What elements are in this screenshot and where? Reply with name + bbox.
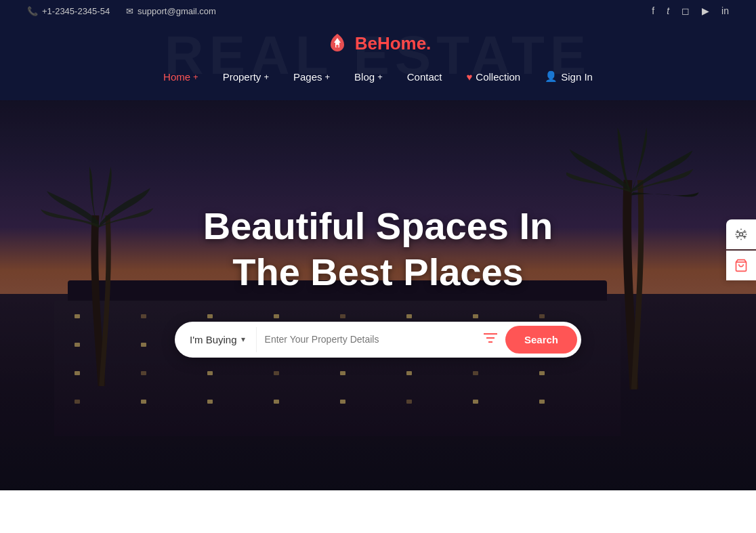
nav-blog-label: Blog	[354, 71, 375, 83]
phone-icon: 📞	[27, 6, 38, 16]
phone-item: 📞 +1-2345-2345-54	[27, 6, 110, 16]
search-bar: I'm Buying ▾ Search	[175, 322, 581, 358]
email-item: ✉ support@gmail.com	[126, 6, 216, 16]
filter-icon	[484, 333, 497, 343]
navigation: Home + Property + Pages + Blog + Contact…	[154, 66, 602, 87]
settings-icon	[734, 228, 748, 241]
logo-icon	[325, 31, 350, 56]
floating-settings-button[interactable]	[726, 219, 756, 249]
hero-title-line2: The Best Places	[232, 251, 524, 293]
top-bar: 📞 +1-2345-2345-54 ✉ support@gmail.com f …	[0, 0, 756, 22]
nav-home-plus: +	[193, 72, 198, 82]
nav-contact[interactable]: Contact	[398, 67, 452, 87]
logo[interactable]: BeHome.	[325, 31, 432, 56]
logo-text: BeHome.	[355, 33, 432, 54]
search-type-label: I'm Buying	[190, 334, 237, 345]
heart-icon: ♥	[466, 71, 472, 83]
user-icon: 👤	[545, 70, 558, 83]
linkedin-icon[interactable]: in	[721, 5, 729, 16]
dropdown-arrow-icon: ▾	[241, 335, 245, 344]
nav-contact-label: Contact	[407, 71, 442, 83]
nav-home-label: Home	[163, 71, 190, 83]
nav-pages-label: Pages	[293, 71, 322, 83]
facebook-icon[interactable]: f	[652, 5, 654, 16]
nav-property-plus: +	[264, 72, 269, 82]
cart-icon	[734, 259, 748, 272]
hero-section: Beautiful Spaces In The Best Places I'm …	[0, 98, 756, 490]
filter-icon-wrap[interactable]	[476, 333, 505, 346]
nav-blog-plus: +	[377, 72, 383, 82]
hero-title-line1: Beautiful Spaces In	[203, 205, 553, 247]
youtube-icon[interactable]: ▶	[702, 5, 709, 16]
nav-pages[interactable]: Pages +	[284, 67, 339, 87]
search-input-wrap	[257, 334, 476, 345]
floating-cart-button[interactable]	[726, 251, 756, 280]
twitter-icon[interactable]: t	[667, 5, 669, 16]
search-input[interactable]	[265, 334, 467, 345]
header: REAL ESTATE BeHome. Home + Property + Pa…	[0, 22, 756, 100]
svg-point-0	[336, 45, 339, 47]
instagram-icon[interactable]: ◻	[681, 5, 690, 16]
hero-content: Beautiful Spaces In The Best Places I'm …	[0, 98, 756, 490]
nav-collection[interactable]: ♥ Collection	[457, 67, 530, 87]
floating-sidebar	[726, 219, 756, 280]
nav-home[interactable]: Home +	[154, 67, 208, 87]
nav-property[interactable]: Property +	[213, 67, 278, 87]
nav-signin-label: Sign In	[561, 71, 593, 83]
nav-signin[interactable]: 👤 Sign In	[535, 66, 602, 87]
search-button[interactable]: Search	[505, 326, 577, 354]
email-address: support@gmail.com	[138, 6, 216, 16]
nav-pages-plus: +	[325, 72, 331, 82]
logo-brand: BeHome.	[355, 33, 432, 54]
social-links: f t ◻ ▶ in	[652, 5, 729, 16]
email-icon: ✉	[126, 6, 133, 16]
search-type-dropdown[interactable]: I'm Buying ▾	[179, 327, 257, 352]
nav-collection-label: Collection	[476, 71, 520, 83]
svg-point-4	[740, 233, 743, 236]
hero-title: Beautiful Spaces In The Best Places	[203, 203, 553, 294]
phone-number: +1-2345-2345-54	[42, 6, 110, 16]
nav-property-label: Property	[223, 71, 261, 83]
nav-blog[interactable]: Blog +	[345, 67, 392, 87]
top-bar-left: 📞 +1-2345-2345-54 ✉ support@gmail.com	[27, 6, 216, 16]
